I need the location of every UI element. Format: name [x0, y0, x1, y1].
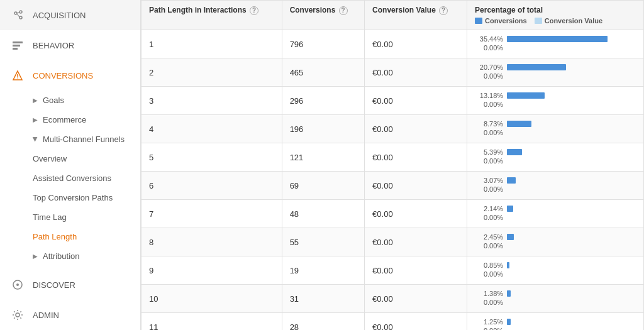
cell-conversions-4: 121: [282, 143, 364, 172]
cell-bar-1: 20.70%0.00%: [467, 58, 644, 87]
ecommerce-label: Ecommerce: [43, 115, 86, 124]
goals-arrow-icon: ▶: [33, 97, 38, 104]
sidebar-sub-time-lag[interactable]: Time Lag: [0, 207, 140, 227]
table-row: 919€0.000.85%0.00%: [142, 256, 644, 285]
cell-value-7: €0.00: [365, 228, 467, 256]
cell-value-4: €0.00: [365, 143, 467, 172]
th-path-length-text: Path Length in Interactions: [149, 6, 247, 14]
bar-row-conv-1: 20.70%: [475, 63, 636, 71]
goals-label: Goals: [43, 96, 64, 105]
time-lag-label: Time Lag: [33, 212, 67, 222]
bar-fill-conv-5: [507, 177, 516, 184]
pct-conv-5: 3.07%: [475, 177, 503, 184]
cell-path-0: 1: [142, 30, 282, 58]
sidebar-expand-ecommerce[interactable]: ▶ Ecommerce: [0, 110, 140, 129]
table-row: 669€0.003.07%0.00%: [142, 172, 644, 200]
svg-point-0: [14, 12, 17, 14]
bar-track-val-9: [507, 299, 636, 305]
bar-track-val-6: [507, 214, 636, 221]
bar-row-conv-7: 2.45%: [475, 233, 636, 241]
bar-row-conv-10: 1.25%: [475, 318, 636, 326]
pct-conv-3: 8.73%: [475, 120, 503, 128]
cell-bar-4: 5.39%0.00%: [467, 143, 644, 172]
pct-conv-4: 5.39%: [475, 148, 503, 156]
svg-rect-5: [13, 41, 23, 43]
cell-bar-10: 1.25%0.00%: [467, 313, 644, 331]
cell-conversions-9: 31: [282, 285, 364, 313]
pct-val-9: 0.00%: [475, 299, 503, 306]
sidebar-sub-path-length[interactable]: Path Length: [0, 227, 140, 246]
bar-track-val-2: [507, 101, 636, 107]
conversions-help-icon[interactable]: ?: [339, 6, 348, 15]
pct-val-7: 0.00%: [475, 242, 503, 250]
table-row: 1031€0.001.38%0.00%: [142, 285, 644, 313]
legend-conversion-value: Conversion Value: [535, 17, 602, 25]
bar-row-val-10: 0.00%: [475, 327, 636, 330]
bar-track-conv-10: [507, 319, 636, 325]
bar-row-val-8: 0.00%: [475, 270, 636, 278]
bar-row-val-6: 0.00%: [475, 214, 636, 221]
bar-row-val-0: 0.00%: [475, 44, 636, 52]
bar-row-conv-2: 13.18%: [475, 92, 636, 99]
sidebar-item-admin[interactable]: ADMIN: [0, 300, 140, 330]
sidebar-item-behavior[interactable]: BEHAVIOR: [0, 30, 140, 60]
pct-header-title: Percentage of total: [475, 6, 636, 14]
bar-row-val-7: 0.00%: [475, 242, 636, 250]
sidebar-expand-goals[interactable]: ▶ Goals: [0, 91, 140, 110]
th-conversion-value-text: Conversion Value: [372, 6, 436, 14]
bar-track-conv-9: [507, 290, 636, 297]
bar-track-val-8: [507, 271, 636, 277]
pct-val-5: 0.00%: [475, 185, 503, 193]
bar-fill-conv-9: [507, 290, 511, 297]
table-row: 5121€0.005.39%0.00%: [142, 143, 644, 172]
cell-value-5: €0.00: [365, 172, 467, 200]
bar-row-conv-0: 35.44%: [475, 35, 636, 43]
sidebar-item-conversions[interactable]: CONVERSIONS: [0, 60, 140, 91]
bar-fill-conv-7: [507, 234, 514, 240]
svg-point-12: [16, 283, 19, 286]
discover-label: DISCOVER: [33, 280, 75, 290]
sidebar: ACQUISITION BEHAVIOR CONVERSIONS ▶ Goals…: [0, 0, 141, 330]
pct-conv-0: 35.44%: [475, 35, 503, 43]
pct-val-1: 0.00%: [475, 72, 503, 80]
path-length-label: Path Length: [33, 232, 77, 241]
top-paths-label: Top Conversion Paths: [33, 193, 113, 202]
svg-point-2: [19, 16, 22, 19]
sidebar-sub-top-paths[interactable]: Top Conversion Paths: [0, 188, 140, 207]
bar-row-val-5: 0.00%: [475, 185, 636, 193]
cell-path-3: 4: [142, 115, 282, 143]
sidebar-sub-assisted[interactable]: Assisted Conversions: [0, 168, 140, 188]
bar-row-val-9: 0.00%: [475, 299, 636, 306]
sidebar-expand-multi-channel[interactable]: ▶ Multi-Channel Funnels: [0, 129, 140, 149]
bar-track-conv-1: [507, 64, 636, 70]
cell-bar-7: 2.45%0.00%: [467, 228, 644, 256]
cell-conversions-1: 465: [282, 58, 364, 87]
legend-conversions: Conversions: [475, 17, 527, 25]
bar-fill-conv-1: [507, 64, 565, 70]
cell-path-7: 8: [142, 228, 282, 256]
svg-rect-6: [13, 45, 20, 47]
bar-track-conv-8: [507, 262, 636, 268]
cell-bar-0: 35.44%0.00%: [467, 30, 644, 58]
conversion-value-help-icon[interactable]: ?: [439, 6, 448, 15]
cell-path-2: 3: [142, 87, 282, 115]
cell-bar-9: 1.38%0.00%: [467, 285, 644, 313]
pct-conv-2: 13.18%: [475, 92, 503, 99]
bar-fill-conv-6: [507, 206, 513, 212]
cell-path-9: 10: [142, 285, 282, 313]
sidebar-sub-overview[interactable]: Overview: [0, 149, 140, 168]
table-row: 855€0.002.45%0.00%: [142, 228, 644, 256]
cell-bar-2: 13.18%0.00%: [467, 87, 644, 115]
assisted-label: Assisted Conversions: [33, 173, 111, 183]
bar-track-conv-5: [507, 177, 636, 184]
th-percentage: Percentage of total Conversions Conversi…: [467, 1, 644, 30]
cell-value-9: €0.00: [365, 285, 467, 313]
bar-track-conv-0: [507, 36, 636, 42]
table-row: 4196€0.008.73%0.00%: [142, 115, 644, 143]
path-length-help-icon[interactable]: ?: [250, 6, 258, 15]
bar-row-conv-3: 8.73%: [475, 120, 636, 128]
sidebar-expand-attribution[interactable]: ▶ Attribution: [0, 246, 140, 266]
bar-track-conv-4: [507, 149, 636, 155]
sidebar-item-discover[interactable]: DISCOVER: [0, 270, 140, 300]
sidebar-item-acquisition[interactable]: ACQUISITION: [0, 0, 140, 30]
